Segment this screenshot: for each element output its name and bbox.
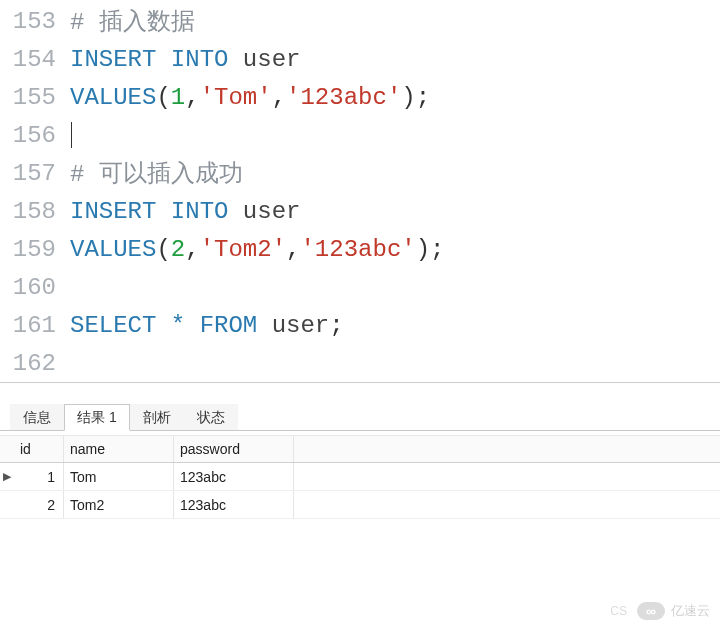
token-punct: ( [156, 236, 170, 263]
column-header-password[interactable]: password [174, 436, 294, 462]
line-number: 154 [0, 46, 70, 73]
watermark: CS 亿速云 [610, 602, 710, 620]
code-content[interactable]: INSERT INTO user [70, 46, 300, 73]
column-header-name[interactable]: name [64, 436, 174, 462]
tab-info[interactable]: 信息 [10, 404, 64, 430]
token-kw: INTO [171, 198, 229, 225]
code-content[interactable] [70, 122, 72, 149]
token-punct: , [286, 236, 300, 263]
token-num: 2 [171, 236, 185, 263]
cell-id[interactable]: 2 [14, 491, 64, 518]
tab-status[interactable]: 状态 [184, 404, 238, 430]
code-content[interactable]: INSERT INTO user [70, 198, 300, 225]
cell-id[interactable]: 1 [14, 463, 64, 490]
token-kw: INTO [171, 46, 229, 73]
code-content[interactable]: VALUES(2,'Tom2','123abc'); [70, 236, 445, 263]
results-tabs: 信息结果 1剖析状态 [0, 403, 720, 431]
code-content[interactable]: SELECT * FROM user; [70, 312, 344, 339]
line-number: 158 [0, 198, 70, 225]
watermark-left-text: CS [610, 604, 627, 618]
token-ident: user [243, 46, 301, 73]
row-marker-icon: ▶ [0, 470, 14, 483]
token-punct: , [185, 84, 199, 111]
token-punct [156, 46, 170, 73]
code-line[interactable]: 153# 插入数据 [0, 2, 720, 40]
code-line[interactable]: 156 [0, 116, 720, 154]
token-comment: # 插入数据 [70, 9, 195, 36]
text-cursor [71, 122, 72, 148]
cell-name[interactable]: Tom2 [64, 491, 174, 518]
token-punct [228, 198, 242, 225]
code-content[interactable]: # 插入数据 [70, 5, 195, 37]
code-line[interactable]: 161SELECT * FROM user; [0, 306, 720, 344]
token-punct [228, 46, 242, 73]
token-punct: , [185, 236, 199, 263]
tab-profile[interactable]: 剖析 [130, 404, 184, 430]
table-row[interactable]: ▶1Tom123abc [0, 463, 720, 491]
token-kw: VALUES [70, 236, 156, 263]
watermark-brand: 亿速云 [671, 602, 710, 620]
token-str: 'Tom2' [200, 236, 286, 263]
token-kw: SELECT [70, 312, 156, 339]
line-number: 159 [0, 236, 70, 263]
token-punct: ); [401, 84, 430, 111]
code-line[interactable]: 155VALUES(1,'Tom','123abc'); [0, 78, 720, 116]
code-editor[interactable]: 153# 插入数据154INSERT INTO user155VALUES(1,… [0, 0, 720, 383]
token-comment: # 可以插入成功 [70, 161, 243, 188]
line-number: 157 [0, 160, 70, 187]
code-content[interactable]: VALUES(1,'Tom','123abc'); [70, 84, 430, 111]
token-kw: INSERT [70, 198, 156, 225]
line-number: 161 [0, 312, 70, 339]
token-kw: VALUES [70, 84, 156, 111]
table-row[interactable]: 2Tom2123abc [0, 491, 720, 519]
token-punct [185, 312, 199, 339]
token-ident: user [243, 198, 301, 225]
token-kw: FROM [200, 312, 258, 339]
token-punct [156, 312, 170, 339]
token-kw: INSERT [70, 46, 156, 73]
token-str: 'Tom' [200, 84, 272, 111]
code-line[interactable]: 158INSERT INTO user [0, 192, 720, 230]
cloud-icon [637, 602, 665, 620]
code-line[interactable]: 160 [0, 268, 720, 306]
line-number: 160 [0, 274, 70, 301]
token-punct: ; [329, 312, 343, 339]
cell-password[interactable]: 123abc [174, 491, 294, 518]
token-punct [257, 312, 271, 339]
token-punct: ( [156, 84, 170, 111]
code-line[interactable]: 154INSERT INTO user [0, 40, 720, 78]
column-header-id[interactable]: id [14, 436, 64, 462]
code-line[interactable]: 157# 可以插入成功 [0, 154, 720, 192]
line-number: 156 [0, 122, 70, 149]
result-grid: idnamepassword▶1Tom123abc2Tom2123abc [0, 435, 720, 519]
token-num: 1 [171, 84, 185, 111]
token-punct: ); [416, 236, 445, 263]
code-content[interactable]: # 可以插入成功 [70, 157, 243, 189]
code-line[interactable]: 159VALUES(2,'Tom2','123abc'); [0, 230, 720, 268]
cell-name[interactable]: Tom [64, 463, 174, 490]
results-panel: 信息结果 1剖析状态 idnamepassword▶1Tom123abc2Tom… [0, 403, 720, 519]
grid-header: idnamepassword [0, 435, 720, 463]
line-number: 155 [0, 84, 70, 111]
line-number: 153 [0, 8, 70, 35]
token-str: '123abc' [286, 84, 401, 111]
line-number: 162 [0, 350, 70, 377]
tab-result1[interactable]: 结果 1 [64, 404, 130, 431]
cell-password[interactable]: 123abc [174, 463, 294, 490]
token-str: '123abc' [300, 236, 415, 263]
code-line[interactable]: 162 [0, 344, 720, 382]
token-ident: user [272, 312, 330, 339]
token-punct [156, 198, 170, 225]
token-punct: , [272, 84, 286, 111]
token-star: * [171, 312, 185, 339]
